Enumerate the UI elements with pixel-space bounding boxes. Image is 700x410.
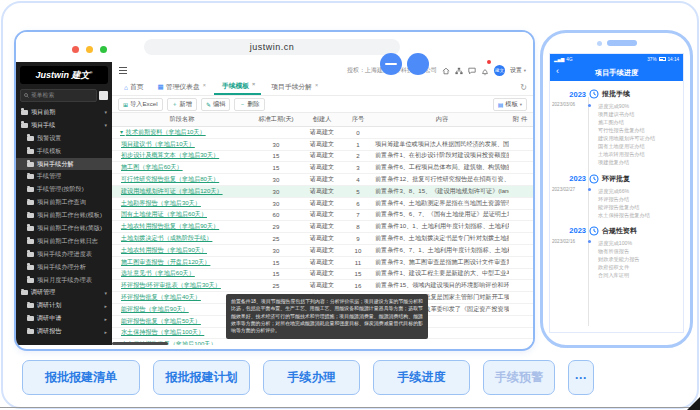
feature-button[interactable]: 手续进度 bbox=[373, 360, 470, 395]
stage-name-link[interactable]: 土地农转用报告批复（拿地后90天） bbox=[112, 222, 252, 231]
table-row[interactable]: 土地农转用报告批复（拿地后90天） 29 诸葛建文 8 前置条件10、1、土地利… bbox=[112, 221, 533, 233]
toolbar-button[interactable]: － 删除 bbox=[234, 98, 264, 111]
toolbar-button[interactable]: ⊞ 导入Excel bbox=[118, 98, 163, 111]
table-row[interactable]: 选址意见书（拿地后60天） 15 诸葛建文 15 前置条件1、建设工程主要是新建… bbox=[112, 269, 533, 281]
sidebar-menu-item[interactable]: 项目手续 ▾ bbox=[16, 119, 112, 132]
stage-name-link[interactable]: 可行性研究报告批复（拿地后80天） bbox=[112, 175, 252, 184]
menu-search-input[interactable]: 菜单检索 bbox=[20, 89, 97, 102]
table-row[interactable]: 土地划拨决定书（成熟阶段手续） 25 诸葛建文 9 前置条件8、土地划拨决定书是… bbox=[112, 233, 533, 245]
stage-name-link[interactable]: 初步设计及概算文本（拿地后30天） bbox=[112, 151, 252, 160]
sidebar-menu-item[interactable]: 项目手续办理进度表 bbox=[16, 248, 112, 261]
timeline-group-header: 2023 环评批复 bbox=[550, 174, 683, 184]
feature-button[interactable]: 手续预警 bbox=[483, 360, 555, 395]
sidebar-menu-item[interactable]: 手续管理(按阶段) bbox=[16, 183, 112, 196]
sidebar-menu-item[interactable]: 预警设置 bbox=[16, 132, 112, 145]
stage-name-link[interactable]: 环评报告/环评审批表（拿地后30天） bbox=[112, 281, 252, 290]
sidebar-menu-item[interactable]: 调研计划 ▸ bbox=[16, 299, 112, 312]
tab[interactable]: ⌂ 首页 bbox=[118, 79, 150, 95]
sidebar-menu-item[interactable]: 项目前期工作台账(模板) bbox=[16, 209, 112, 222]
table-row[interactable]: 建设用地规划许可证（拿地后120天） 30 诸葛建文 5 前置条件3、8、15、… bbox=[112, 186, 533, 198]
standard-duration-cell: 30 bbox=[252, 176, 300, 183]
timeline-item: 水土保持报告批复办结 bbox=[598, 211, 683, 219]
url-bar[interactable]: justwin.cn bbox=[144, 39, 400, 55]
toolbar-button[interactable]: ＋ 新增 bbox=[167, 98, 197, 111]
notification-bell[interactable] bbox=[481, 62, 489, 80]
sidebar-menu-item[interactable]: 调研申请 ▸ bbox=[16, 312, 112, 325]
browser-chrome: justwin.cn bbox=[16, 32, 533, 62]
sidebar-menu-item[interactable]: 手续管理 bbox=[16, 170, 112, 183]
float-minus-button[interactable] bbox=[380, 53, 402, 75]
toolbar-button[interactable]: ✎ 编辑 bbox=[201, 98, 230, 111]
stage-name-link[interactable]: 选址意见书（拿地后60天） bbox=[112, 269, 252, 278]
sidebar-menu-item[interactable]: 调研报告 ▸ bbox=[16, 325, 112, 338]
table-row[interactable]: ▾ 技术前期资料（拿地后10天） 诸葛建文 0 bbox=[112, 127, 533, 139]
folder-icon bbox=[27, 149, 34, 154]
stage-name-link[interactable]: 建设用地规划许可证（拿地后120天） bbox=[112, 187, 252, 196]
tab-close-icon[interactable]: × bbox=[252, 81, 255, 87]
stage-name-link[interactable]: ▾ 技术前期资料（拿地后10天） bbox=[112, 128, 252, 137]
tab-close-icon[interactable]: × bbox=[315, 82, 318, 88]
stage-name-link[interactable]: 施工图审查报告（开盘后120天） bbox=[112, 258, 252, 267]
refresh-icon[interactable]: ↻ bbox=[520, 83, 527, 92]
tab[interactable]: ▦ 管理仪表盘 × bbox=[152, 79, 212, 95]
sidebar-collapse-icon[interactable] bbox=[99, 91, 108, 100]
tab[interactable]: 手续模板 × bbox=[214, 79, 261, 95]
stage-name-link[interactable]: 土地勘界报告（拿地后30天） bbox=[112, 199, 252, 208]
sidebar-menu-item[interactable]: 调研管理 ▾ bbox=[16, 286, 112, 299]
stage-name-link[interactable]: 国有土地使用证（拿地后60天） bbox=[112, 210, 252, 219]
sidebar-menu-item[interactable]: 手续模板 bbox=[16, 145, 112, 158]
sitemap-icon[interactable] bbox=[455, 67, 463, 75]
hamburger-menu-icon[interactable] bbox=[119, 67, 127, 74]
sidebar-menu-item[interactable]: 项目月度手续办理表 bbox=[16, 274, 112, 287]
chat-icon[interactable] bbox=[468, 67, 476, 75]
float-circle-button[interactable] bbox=[407, 53, 429, 75]
sidebar-menu-item[interactable]: 项目手续办理分析 bbox=[16, 261, 112, 274]
close-window-icon[interactable] bbox=[72, 46, 79, 53]
sidebar-menu-item[interactable]: 项目手续分解 bbox=[16, 158, 112, 171]
template-dropdown-button[interactable]: ▤ 模板 ▾ bbox=[493, 98, 527, 111]
sidebar-menu-item[interactable]: 项目前期工作查询 bbox=[16, 196, 112, 209]
tab[interactable]: 项目手续分解 × bbox=[263, 79, 324, 95]
home-icon[interactable] bbox=[442, 67, 450, 75]
settings-button[interactable]: 设置 ▾ bbox=[510, 66, 526, 75]
feature-button[interactable]: 报批报建计划 bbox=[153, 360, 250, 395]
table-row[interactable]: 施工图（拿地后60天） 15 诸葛建文 3 前置条件6、工程项目总体布局、建筑物… bbox=[112, 162, 533, 174]
maximize-window-icon[interactable] bbox=[100, 46, 107, 53]
folder-icon bbox=[27, 239, 34, 244]
folder-icon bbox=[21, 123, 28, 128]
sidebar-menu-item[interactable]: 项目前期工作台账日志 bbox=[16, 235, 112, 248]
minimize-window-icon[interactable] bbox=[86, 46, 93, 53]
stage-name-link[interactable]: 土地划拨决定书（成熟阶段手续） bbox=[112, 234, 252, 243]
stage-name-link[interactable]: 项目建议书（拿地后10天） bbox=[112, 140, 252, 149]
sidebar-menu-item[interactable]: 项目前期 ▾ bbox=[16, 106, 112, 119]
sidebar-menu-item[interactable]: 项目前期工作台账(简版) bbox=[16, 222, 112, 235]
sidebar-item-label: 项目前期工作台账(简版) bbox=[37, 224, 102, 233]
table-row[interactable]: 国有土地使用证（拿地后60天） 60 诸葛建文 7 前置条件5、6、7、《国有土… bbox=[112, 210, 533, 222]
row-expand-icon[interactable]: ▾ bbox=[120, 128, 125, 135]
back-chevron-icon[interactable]: ‹ bbox=[556, 66, 559, 76]
table-row[interactable]: 环评报告/环评审批表（拿地后30天） 25 诸葛建文 16 前置条件15、领域内… bbox=[112, 280, 533, 292]
col-creator: 创建人 bbox=[300, 115, 344, 124]
tab-close-icon[interactable]: × bbox=[203, 82, 206, 88]
table-row[interactable]: 初步设计及概算文本（拿地后30天） 15 诸葛建文 2 前置条件1、在初步设计阶… bbox=[112, 151, 533, 163]
chevron-icon: ▾ bbox=[104, 290, 107, 296]
timeline-date: 2023/02/27 bbox=[550, 187, 588, 219]
stage-name-link[interactable]: 施工图（拿地后60天） bbox=[112, 163, 252, 172]
table-row[interactable]: 可行性研究报告批复（拿地后80天） 30 诸葛建文 4 前置条件12、批复可行性… bbox=[112, 174, 533, 186]
sidebar-item-label: 项目月度手续办理表 bbox=[37, 276, 92, 285]
table-row[interactable]: 施工图审查报告（开盘后120天） 15 诸葛建文 11 前置条件3、施工图审查是… bbox=[112, 257, 533, 269]
feature-button[interactable]: ··· bbox=[568, 360, 594, 395]
table-row[interactable]: 土地勘界报告（拿地后30天） 30 诸葛建文 6 前置条件4、土地勘测定界是指在… bbox=[112, 198, 533, 210]
feature-button[interactable]: 报批报建清单 bbox=[22, 360, 140, 395]
horizontal-scrollbar-thumb[interactable] bbox=[112, 342, 168, 345]
table-row[interactable]: 项目建议书（拿地后10天） 30 诸葛建文 1 项目筹建单位或项目法人根据国民经… bbox=[112, 139, 533, 151]
sidebar-item-label: 项目手续 bbox=[31, 121, 55, 130]
table-row[interactable]: 水土保持报告批复（拿地后100天） bbox=[112, 339, 533, 345]
timeline-item: 政府授权文件 bbox=[598, 263, 683, 271]
creator-cell: 诸葛建文 bbox=[300, 269, 344, 278]
feature-button[interactable]: 手续办理 bbox=[263, 360, 360, 395]
timeline-group-body: 2023/03/06 进度完成90%项目建议书办结施工图办结可行性报告批复办结建… bbox=[550, 102, 683, 167]
avatar[interactable]: 建文 bbox=[494, 65, 505, 76]
stage-name-link[interactable]: 土地农转用报告（拿地后90天） bbox=[112, 246, 252, 255]
table-row[interactable]: 土地农转用报告（拿地后90天） 30 诸葛建文 10 前置条件6、7、1、土地利… bbox=[112, 245, 533, 257]
